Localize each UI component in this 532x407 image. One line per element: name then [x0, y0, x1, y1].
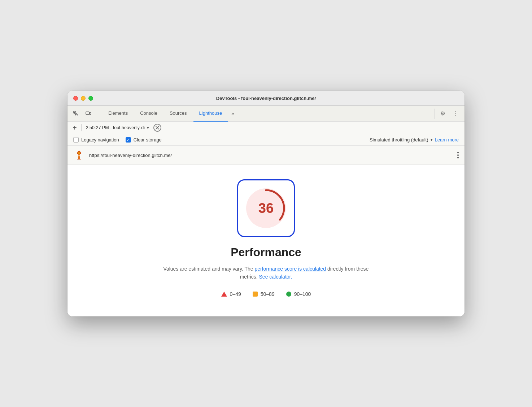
- main-content: 36 Performance Values are estimated and …: [67, 165, 465, 316]
- traffic-lights: [73, 96, 93, 101]
- url-row: https://foul-heavenly-direction.glitch.m…: [67, 146, 465, 165]
- devtools-icon-group: [71, 109, 98, 119]
- tab-bar-right: ⚙ ⋮: [435, 109, 461, 119]
- svg-marker-7: [77, 150, 81, 152]
- url-more-actions-button[interactable]: [457, 152, 459, 158]
- close-button[interactable]: [73, 96, 78, 101]
- throttling-selector[interactable]: Simulated throttling (default) ▾ Learn m…: [370, 137, 459, 143]
- description-prefix: Values are estimated and may vary. The: [163, 266, 255, 272]
- legend-good-range: 90–100: [294, 291, 311, 297]
- throttling-dropdown-arrow: ▾: [431, 137, 433, 142]
- more-tabs-button[interactable]: »: [228, 111, 237, 116]
- legend-bad-range: 0–49: [230, 291, 241, 297]
- add-session-button[interactable]: +: [73, 124, 77, 131]
- clear-storage-label[interactable]: ✓ Clear storage: [126, 137, 162, 143]
- lighthouse-icon: [73, 149, 85, 161]
- svg-rect-1: [86, 112, 89, 114]
- gauge-inner: 36: [244, 187, 288, 230]
- legend-medium-icon: [253, 292, 258, 297]
- svg-rect-10: [77, 159, 81, 159]
- legacy-navigation-checkbox[interactable]: [73, 137, 79, 143]
- legend-good-icon: [286, 292, 291, 297]
- perf-score-link[interactable]: performance score is calculated: [254, 266, 326, 272]
- legacy-navigation-label[interactable]: Legacy navigation: [73, 137, 119, 143]
- learn-more-link[interactable]: Learn more: [435, 137, 459, 143]
- devtools-window: DevTools - foul-heavenly-direction.glitc…: [67, 91, 465, 316]
- legend-bad-icon: [221, 292, 227, 297]
- cancel-session-icon[interactable]: [153, 124, 161, 132]
- svg-rect-9: [78, 156, 80, 157]
- svg-rect-2: [90, 113, 91, 114]
- svg-rect-8: [79, 155, 80, 156]
- tab-sources[interactable]: Sources: [164, 106, 193, 122]
- legend-medium-range: 50–89: [261, 291, 275, 297]
- settings-icon[interactable]: ⚙: [438, 109, 448, 119]
- score-legend: 0–49 50–89 90–100: [221, 291, 311, 297]
- session-selector[interactable]: 2:50:27 PM - foul-heavenly-di ▾: [86, 125, 149, 130]
- tab-lighthouse[interactable]: Lighthouse: [193, 106, 228, 122]
- performance-title: Performance: [231, 246, 301, 259]
- tab-console[interactable]: Console: [134, 106, 163, 122]
- session-dropdown-arrow: ▾: [147, 126, 149, 130]
- legend-bad: 0–49: [221, 291, 241, 297]
- inspect-icon[interactable]: [71, 109, 81, 119]
- tabs-container: Elements Console Sources Lighthouse »: [103, 106, 435, 122]
- more-options-icon[interactable]: ⋮: [451, 109, 461, 119]
- tab-elements[interactable]: Elements: [103, 106, 134, 122]
- options-row: Legacy navigation ✓ Clear storage Simula…: [67, 134, 465, 146]
- window-title: DevTools - foul-heavenly-direction.glitc…: [216, 96, 316, 101]
- svg-point-11: [78, 152, 80, 154]
- device-toolbar-icon[interactable]: [83, 109, 93, 119]
- calculator-link[interactable]: See calculator.: [259, 274, 292, 280]
- maximize-button[interactable]: [88, 96, 93, 101]
- url-display: https://foul-heavenly-direction.glitch.m…: [89, 153, 453, 158]
- legend-good: 90–100: [286, 291, 311, 297]
- toolbar-row: + 2:50:27 PM - foul-heavenly-di ▾: [67, 122, 465, 134]
- title-bar: DevTools - foul-heavenly-direction.glitc…: [67, 91, 465, 106]
- score-number: 36: [258, 201, 274, 216]
- performance-score-gauge: 36: [237, 179, 295, 237]
- toolbar-separator: [81, 124, 82, 131]
- legend-medium: 50–89: [253, 291, 275, 297]
- clear-storage-checkbox[interactable]: ✓: [126, 137, 131, 143]
- performance-description: Values are estimated and may vary. The p…: [158, 265, 374, 281]
- tab-bar: Elements Console Sources Lighthouse » ⚙ …: [67, 106, 465, 122]
- minimize-button[interactable]: [81, 96, 86, 101]
